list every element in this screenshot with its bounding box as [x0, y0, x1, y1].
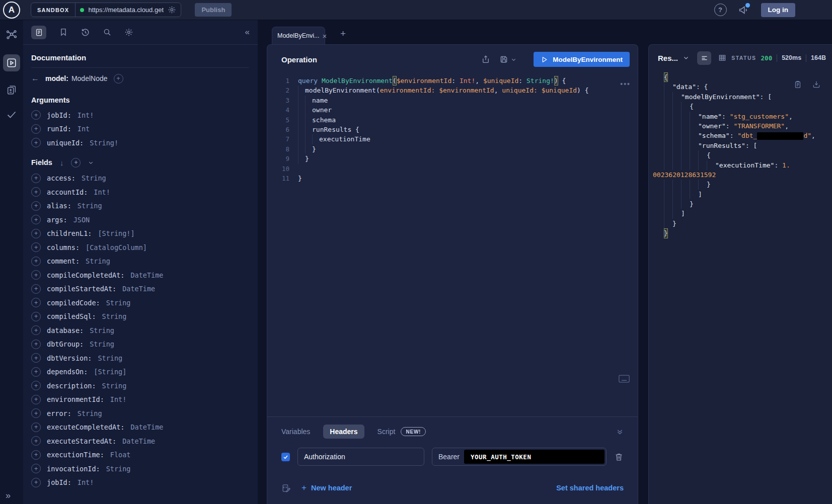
graphql-editor[interactable]: 1query ModelByEnvironment($environmentId…	[267, 74, 638, 183]
edit-headers-as-text-icon[interactable]	[281, 483, 291, 493]
field-name: database:	[47, 326, 84, 334]
sandbox-badge: SANDBOX	[31, 3, 75, 17]
add-field-button[interactable]: +	[31, 242, 41, 252]
set-shared-headers-button[interactable]: Set shared headers	[556, 484, 624, 492]
add-field-button[interactable]: +	[31, 367, 41, 377]
help-icon[interactable]: ?	[714, 4, 727, 16]
apollo-logo[interactable]: A	[3, 2, 20, 19]
expand-rail-icon[interactable]: »	[6, 490, 11, 501]
add-field-button[interactable]: +	[31, 187, 41, 197]
add-field-button[interactable]: +	[31, 408, 41, 418]
tab-variables[interactable]: Variables	[281, 428, 310, 436]
add-field-button[interactable]: +	[31, 138, 41, 147]
add-field-button[interactable]: +	[31, 229, 41, 238]
new-tab-button[interactable]: +	[340, 28, 346, 39]
sort-fields-icon[interactable]: ↓	[60, 158, 64, 167]
collapse-panel-icon[interactable]: «	[245, 27, 250, 37]
add-field-button[interactable]: +	[31, 312, 41, 321]
add-field-button[interactable]: +	[31, 381, 41, 390]
add-field-button[interactable]: +	[31, 478, 41, 487]
add-all-fields-button[interactable]: +	[71, 158, 81, 167]
add-field-button[interactable]: +	[31, 215, 41, 224]
add-field-button[interactable]: +	[31, 464, 41, 473]
share-icon[interactable]	[481, 55, 490, 64]
add-field-button[interactable]: +	[31, 174, 41, 183]
field-row: +dependsOn:[String]	[31, 365, 249, 379]
header-value-prefix: Bearer	[438, 453, 460, 461]
keyboard-shortcuts-icon[interactable]	[619, 375, 630, 383]
field-name: uniqueId:	[47, 139, 84, 147]
search-icon[interactable]	[103, 28, 112, 37]
field-name: executeCompletedAt:	[47, 423, 124, 431]
field-row: +executeCompletedAt:DateTime	[31, 421, 249, 435]
save-dropdown-chevron-icon[interactable]	[511, 57, 516, 62]
field-type: String	[86, 257, 110, 265]
line-number: 10	[267, 164, 298, 174]
field-name: args:	[47, 216, 67, 224]
add-field-button[interactable]: +	[31, 270, 41, 280]
history-icon[interactable]	[81, 28, 90, 37]
login-button[interactable]: Log in	[761, 3, 796, 17]
collapse-bottom-panel-icon[interactable]	[616, 428, 624, 436]
field-type: Int!	[94, 188, 110, 196]
close-tab-icon[interactable]: ×	[322, 32, 327, 40]
header-enabled-checkbox[interactable]	[281, 453, 290, 461]
publish-button[interactable]: Publish	[195, 3, 232, 17]
add-field-button[interactable]: +	[31, 436, 41, 446]
endpoint-url-input[interactable]: https://metadata.cloud.getd	[75, 6, 181, 14]
add-field-button[interactable]: +	[31, 284, 41, 294]
delete-header-icon[interactable]	[614, 452, 624, 462]
settings-gear-icon[interactable]	[124, 28, 133, 37]
add-field-button[interactable]: +	[31, 423, 41, 432]
indent-guide	[312, 134, 319, 144]
add-type-button[interactable]: +	[114, 74, 123, 83]
run-operation-button[interactable]: ModelByEnvironment	[534, 52, 630, 67]
add-field-button[interactable]: +	[31, 340, 41, 349]
documentation-tab-active[interactable]	[31, 26, 46, 39]
response-line: "schema": "dbt_d",	[649, 131, 832, 140]
save-icon[interactable]	[499, 55, 508, 64]
add-field-button[interactable]: +	[31, 124, 41, 134]
checks-pages-icon[interactable]	[6, 85, 17, 96]
table-view-toggle[interactable]	[715, 51, 729, 65]
code-line: 3name	[267, 96, 638, 105]
header-value-input[interactable]: Bearer YOUR_AUTH_TOKEN	[432, 448, 607, 466]
line-number: 8	[267, 144, 298, 154]
add-field-button[interactable]: +	[31, 450, 41, 460]
field-row: +uniqueId:String!	[31, 136, 249, 150]
add-field-button[interactable]: +	[31, 201, 41, 211]
field-row: +dbtVersion:String	[31, 351, 249, 365]
indent-guide	[681, 150, 690, 160]
announcements-button[interactable]	[738, 5, 749, 16]
raw-view-toggle[interactable]	[697, 51, 711, 65]
response-dropdown-chevron-icon[interactable]	[683, 55, 689, 61]
add-field-button[interactable]: +	[31, 325, 41, 335]
add-field-button[interactable]: +	[31, 353, 41, 363]
back-arrow-icon[interactable]: ←	[31, 74, 39, 83]
explorer-tab-active[interactable]	[3, 54, 20, 71]
response-size: 164B	[811, 54, 826, 61]
field-type: String	[106, 465, 131, 473]
new-header-button[interactable]: + New header	[301, 483, 352, 493]
header-key-input[interactable]: Authorization	[297, 448, 424, 466]
download-response-icon[interactable]	[812, 80, 821, 89]
schema-graph-icon[interactable]	[6, 29, 18, 41]
chevron-down-icon[interactable]	[88, 160, 94, 165]
response-line: "modelByEnvironment": [	[649, 92, 832, 102]
copy-response-icon[interactable]	[793, 80, 802, 89]
editor-more-menu[interactable]: •••	[620, 80, 631, 88]
add-field-button[interactable]: +	[31, 110, 41, 120]
indent-guide	[672, 121, 681, 131]
tab-script[interactable]: Script	[377, 428, 396, 436]
operation-actions: ModelByEnvironment	[481, 52, 630, 67]
auth-token-field[interactable]: YOUR_AUTH_TOKEN	[464, 450, 604, 464]
bookmark-icon[interactable]	[59, 28, 68, 37]
add-field-button[interactable]: +	[31, 257, 41, 266]
add-field-button[interactable]: +	[31, 298, 41, 307]
tab-modelbyenvironment[interactable]: ModelByEnvi... ×	[272, 27, 325, 44]
tab-headers[interactable]: Headers	[323, 425, 364, 439]
add-field-button[interactable]: +	[31, 395, 41, 404]
endpoint-settings-gear-icon[interactable]	[168, 6, 176, 14]
field-type: JSON	[73, 216, 90, 224]
checklist-icon[interactable]	[6, 109, 18, 121]
